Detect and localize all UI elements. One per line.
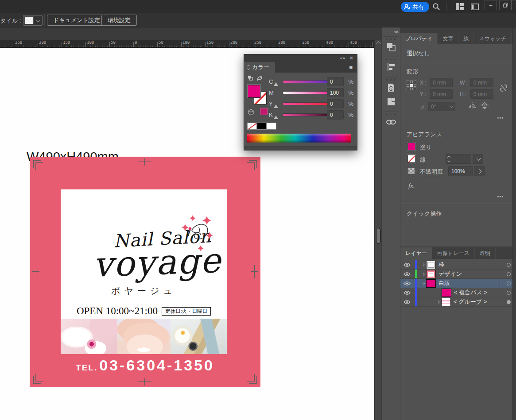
layer-thumbnail[interactable] bbox=[426, 279, 436, 288]
fill-swatch[interactable] bbox=[407, 143, 415, 150]
share-button[interactable]: 共有 bbox=[401, 2, 429, 12]
visibility-eye-icon[interactable] bbox=[400, 272, 414, 276]
stroke-weight-stepper[interactable] bbox=[446, 154, 471, 164]
document-setup-button[interactable]: ドキュメント設定 bbox=[47, 15, 106, 26]
close-panel-icon[interactable]: ✕ bbox=[349, 55, 353, 61]
layer-target-circle[interactable] bbox=[507, 272, 511, 276]
cyan-slider[interactable] bbox=[276, 78, 333, 87]
fill-color-swatch[interactable] bbox=[248, 85, 260, 98]
visibility-eye-icon[interactable] bbox=[400, 291, 414, 295]
scroll-up-button[interactable] bbox=[375, 40, 382, 47]
asset-export-panel-icon[interactable] bbox=[384, 96, 398, 108]
black-swatch[interactable] bbox=[257, 123, 267, 130]
rotate-dropdown[interactable]: 0° bbox=[428, 102, 455, 111]
swap-fill-stroke-icon[interactable] bbox=[256, 75, 263, 81]
tab-swatches[interactable]: スウォッチ bbox=[474, 33, 511, 44]
w-field[interactable]: 0 mm bbox=[470, 78, 493, 87]
panel-grip[interactable] bbox=[386, 79, 396, 81]
magenta-slider[interactable] bbox=[276, 89, 333, 98]
tab-layers[interactable]: レイヤー bbox=[400, 247, 432, 259]
visibility-eye-icon[interactable] bbox=[400, 263, 414, 267]
fx-button[interactable]: fx. bbox=[408, 182, 415, 190]
layer-label[interactable]: < 複合パス > bbox=[454, 289, 487, 297]
style-swatch-dropdown[interactable] bbox=[23, 15, 43, 26]
flip-vertical-icon[interactable] bbox=[480, 102, 489, 110]
layer-target-circle[interactable] bbox=[507, 291, 511, 295]
search-icon[interactable] bbox=[432, 2, 441, 11]
layer-label[interactable]: < グループ > bbox=[454, 298, 487, 306]
layer-row-design[interactable]: デザイン bbox=[400, 270, 516, 279]
tab-properties[interactable]: プロパティ bbox=[400, 33, 438, 44]
yellow-value-field[interactable]: 0 bbox=[327, 99, 344, 108]
vertical-scrollbar[interactable] bbox=[374, 40, 381, 420]
magenta-value-field[interactable]: 100 bbox=[327, 88, 344, 97]
panel-grip[interactable] bbox=[386, 39, 396, 40]
tab-transparency[interactable]: 透明 bbox=[475, 247, 496, 259]
y-field[interactable]: 0 mm bbox=[430, 89, 453, 99]
panel-menu-icon[interactable]: ≡ bbox=[349, 64, 353, 71]
out-of-gamut-cube-icon[interactable] bbox=[248, 109, 254, 116]
tab-color[interactable]: カラー bbox=[244, 62, 275, 73]
constrain-proportions-icon[interactable] bbox=[499, 83, 508, 93]
none-swatch[interactable] bbox=[247, 123, 257, 130]
layer-thumbnail[interactable] bbox=[441, 298, 451, 306]
layer-label[interactable]: 白版 bbox=[438, 279, 450, 287]
cyan-value-field[interactable]: 0 bbox=[327, 77, 344, 86]
layer-thumbnail[interactable] bbox=[426, 270, 436, 278]
panel-grip[interactable] bbox=[386, 114, 396, 115]
tab-image-trace[interactable]: 画像トレース bbox=[432, 247, 475, 259]
flip-horizontal-icon[interactable] bbox=[468, 102, 477, 110]
layer-thumbnail[interactable] bbox=[426, 261, 436, 269]
h-field[interactable]: 0 mm bbox=[470, 89, 493, 99]
stroke-weight-dropdown[interactable] bbox=[473, 154, 483, 164]
document-info-panel-icon[interactable] bbox=[384, 81, 398, 94]
pathfinder-panel-icon[interactable] bbox=[384, 41, 398, 53]
links-panel-icon[interactable] bbox=[384, 116, 398, 128]
swap-colors-small-icon[interactable] bbox=[248, 75, 253, 81]
workspace-switcher-icon[interactable] bbox=[455, 2, 464, 11]
panel-grip[interactable] bbox=[386, 59, 396, 60]
expand-chevron-icon[interactable] bbox=[420, 264, 426, 266]
restore-button[interactable] bbox=[499, 0, 512, 10]
opacity-field[interactable]: 100% bbox=[448, 166, 473, 176]
color-panel-resize-bar[interactable] bbox=[244, 146, 357, 150]
expand-chevron-icon[interactable] bbox=[420, 273, 426, 275]
appearance-more-options[interactable]: ••• bbox=[497, 194, 504, 199]
layer-row-compound-path[interactable]: < 複合パス > bbox=[400, 288, 516, 297]
visibility-eye-icon[interactable] bbox=[400, 300, 414, 304]
gamut-preview-swatch[interactable] bbox=[260, 108, 268, 115]
layer-row-frame[interactable]: 枠 bbox=[400, 260, 516, 270]
black-slider[interactable] bbox=[276, 111, 333, 120]
transform-more-options[interactable]: ••• bbox=[497, 115, 504, 120]
collapse-chevron-icon[interactable] bbox=[420, 282, 426, 285]
layer-target-circle[interactable] bbox=[507, 263, 511, 267]
expand-chevron-icon[interactable] bbox=[435, 301, 441, 303]
layer-row-group[interactable]: < グループ > bbox=[400, 297, 516, 307]
collapse-panel-icon[interactable]: «« bbox=[340, 55, 345, 61]
black-value-field[interactable]: 0 bbox=[327, 110, 344, 119]
layer-target-circle[interactable] bbox=[507, 300, 511, 304]
layer-label[interactable]: 枠 bbox=[438, 261, 444, 269]
layer-thumbnail[interactable] bbox=[442, 289, 451, 297]
preferences-button[interactable]: 環境設定 bbox=[101, 15, 137, 26]
panel-layout-icon[interactable] bbox=[470, 2, 479, 11]
scrollbar-thumb[interactable] bbox=[376, 228, 380, 244]
layer-row-whiteplate[interactable]: 白版 bbox=[400, 279, 516, 288]
color-spectrum-bar[interactable] bbox=[247, 134, 351, 143]
layer-target-circle[interactable] bbox=[507, 281, 511, 285]
dock-edge[interactable] bbox=[512, 27, 516, 420]
white-swatch[interactable] bbox=[267, 123, 276, 130]
tab-character[interactable]: 文字 bbox=[438, 33, 458, 44]
opacity-swatch[interactable] bbox=[408, 168, 415, 175]
stroke-swatch[interactable] bbox=[407, 155, 415, 163]
close-button[interactable]: ✕ bbox=[512, 0, 516, 10]
collapse-panels-icon[interactable]: «« bbox=[394, 29, 398, 34]
reference-point-selector[interactable] bbox=[407, 81, 416, 90]
yellow-slider[interactable] bbox=[276, 100, 333, 109]
color-panel-header[interactable]: «« ✕ bbox=[244, 54, 357, 62]
opacity-options-button[interactable] bbox=[474, 166, 485, 176]
align-panel-icon[interactable] bbox=[384, 61, 398, 73]
tab-stroke[interactable]: 線 bbox=[458, 33, 474, 44]
visibility-eye-icon[interactable] bbox=[400, 281, 414, 285]
x-field[interactable]: 0 mm bbox=[430, 78, 453, 87]
